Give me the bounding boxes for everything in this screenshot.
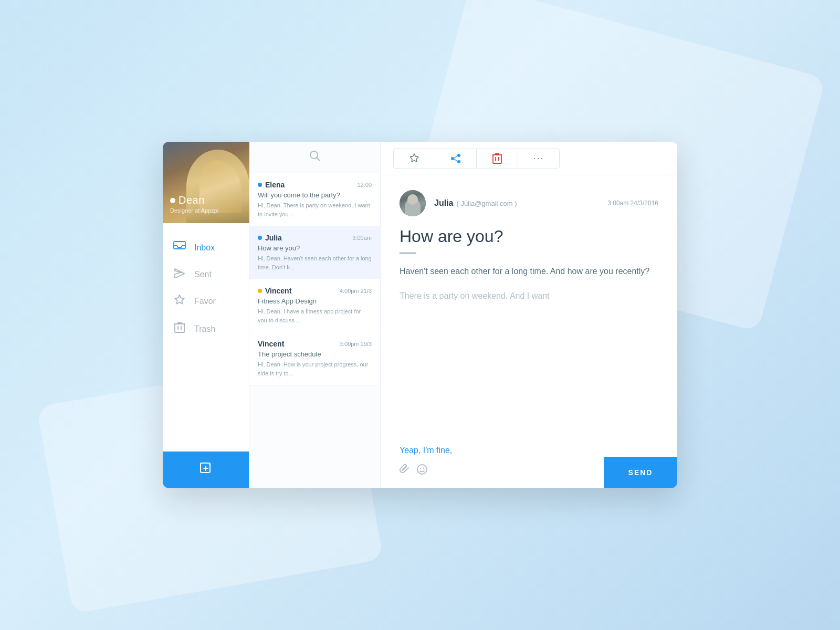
sender-avatar-image [400, 190, 426, 216]
send-label: SEND [628, 468, 653, 477]
email-preview: Hi, Dean. Haven't seen each other for a … [258, 254, 372, 271]
reply-input[interactable] [400, 446, 658, 455]
email-preview: Hi, Dean. How is your project progress, … [258, 360, 372, 377]
user-name: Dean [178, 194, 205, 206]
trash-label: Trash [194, 324, 215, 334]
email-time: 3:00pm 19/3 [340, 341, 372, 347]
compose-icon [199, 461, 213, 478]
sender-avatar [400, 190, 426, 216]
delete-button[interactable] [476, 149, 518, 169]
starred-indicator [258, 289, 262, 293]
email-item[interactable]: Julia 3:00am How are you? Hi, Dean. Have… [249, 226, 380, 279]
profile-section: Dean Designer at Appzpi [163, 142, 249, 223]
sidebar-item-sent[interactable]: Sent [163, 262, 249, 286]
email-body-main: Haven't seen each other for a long time.… [400, 264, 658, 278]
sender-info: Julia ( Julia@gmail.com ) [434, 198, 599, 208]
email-item-header: Vincent 3:00pm 19/3 [258, 340, 372, 348]
sidebar-item-trash[interactable]: Trash [163, 317, 249, 341]
email-list-panel: Elena 12:00 Will you come to the party? … [249, 142, 381, 488]
sidebar-nav: Inbox Sent Favor [163, 223, 249, 452]
svg-rect-1 [175, 324, 184, 332]
profile-info: Dean Designer at Appzpi [170, 194, 218, 214]
email-item[interactable]: Vincent 3:00pm 19/3 The project schedule… [249, 332, 380, 385]
email-sender: Julia [258, 234, 282, 242]
main-content: ··· Julia ( Julia@gmail.com ) 3:00am 24/ [381, 142, 677, 488]
svg-point-10 [423, 468, 424, 469]
unread-indicator [258, 183, 262, 187]
svg-point-8 [417, 465, 427, 474]
sent-label: Sent [194, 270, 212, 279]
svg-point-9 [420, 468, 421, 469]
user-title: Designer at Appzpi [170, 207, 218, 214]
email-time: 12:00 [357, 182, 372, 188]
email-item[interactable]: Vincent 4:00pm 21/3 Fitness App Design H… [249, 279, 380, 332]
compose-button[interactable] [163, 452, 249, 488]
email-subject: Fitness App Design [258, 297, 372, 305]
sender-email: ( Julia@gmail.com ) [456, 200, 517, 207]
status-row: Dean [170, 194, 218, 206]
email-preview: Hi, Dean. I have a fitness app project f… [258, 307, 372, 324]
email-item-header: Julia 3:00am [258, 234, 372, 242]
svg-point-4 [451, 157, 454, 160]
email-toolbar: ··· [381, 142, 677, 175]
svg-rect-7 [493, 155, 501, 163]
star-button[interactable] [393, 149, 435, 169]
email-divider [400, 253, 416, 254]
email-time: 3:00am [352, 235, 372, 241]
email-detail: Julia ( Julia@gmail.com ) 3:00am 24/3/20… [381, 175, 677, 435]
email-body-faded: There is a party on weekend. And I want [400, 289, 658, 303]
email-subject: The project schedule [258, 350, 372, 358]
reply-area: SEND [381, 435, 677, 488]
sidebar-item-favor[interactable]: Favor [163, 289, 249, 313]
email-detail-header: Julia ( Julia@gmail.com ) 3:00am 24/3/20… [400, 190, 658, 216]
sent-icon [173, 268, 186, 281]
inbox-icon [173, 241, 186, 254]
svg-point-6 [457, 160, 460, 163]
attach-icon[interactable] [400, 464, 410, 478]
email-time: 4:00pm 21/3 [340, 288, 372, 294]
email-preview: Hi, Dean. There is party on weekend, I w… [258, 201, 372, 218]
email-subject: How are you? [258, 244, 372, 252]
email-item-header: Elena 12:00 [258, 181, 372, 189]
app-container: Dean Designer at Appzpi Inbox [163, 142, 677, 488]
sidebar: Dean Designer at Appzpi Inbox [163, 142, 249, 488]
email-subject-main: How are you? [400, 227, 658, 246]
inbox-label: Inbox [194, 243, 215, 253]
email-sender: Vincent [258, 287, 291, 295]
more-button[interactable]: ··· [518, 149, 560, 169]
emoji-icon[interactable] [416, 464, 428, 478]
sender-name-row: Julia ( Julia@gmail.com ) [434, 198, 599, 208]
trash-icon [173, 322, 186, 336]
search-icon [309, 150, 321, 164]
email-item-header: Vincent 4:00pm 21/3 [258, 287, 372, 295]
favor-label: Favor [194, 297, 216, 306]
email-date: 3:00am 24/3/2016 [607, 200, 658, 207]
email-sender: Vincent [258, 340, 284, 348]
online-status-dot [170, 198, 175, 203]
send-button[interactable]: SEND [604, 457, 677, 488]
sidebar-item-inbox[interactable]: Inbox [163, 236, 249, 259]
svg-point-5 [457, 154, 460, 157]
email-sender: Elena [258, 181, 285, 189]
email-item[interactable]: Elena 12:00 Will you come to the party? … [249, 173, 380, 226]
email-subject: Will you come to the party? [258, 191, 372, 199]
email-list: Elena 12:00 Will you come to the party? … [249, 173, 380, 488]
search-bar[interactable] [249, 142, 380, 173]
unread-indicator [258, 236, 262, 240]
sender-name: Julia [434, 198, 453, 208]
star-icon [173, 295, 186, 308]
share-button[interactable] [435, 149, 477, 169]
